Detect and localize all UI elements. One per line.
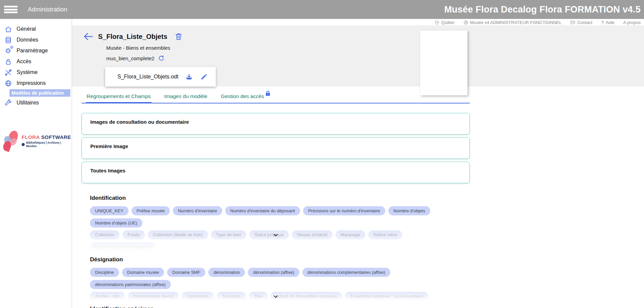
field-chip[interactable]: Date d'inscription au registre: [90, 242, 156, 252]
database-icon: [4, 36, 12, 44]
field-chip[interactable]: Numéro d'inventaire du déposant: [225, 206, 300, 215]
image-group-box[interactable]: Toutes Images: [82, 162, 470, 183]
question-mark-icon: ?: [601, 20, 604, 25]
file-name: S_Flora_Liste_Objets.odt: [117, 74, 185, 80]
sidebar-item-parametrage[interactable]: ⚙⚙ Paramétrage: [0, 45, 72, 56]
page-header-band: S_Flora_Liste_Objets Musée - Biens et en…: [72, 25, 644, 87]
field-chip[interactable]: Intitulé de l'ensemble complexe: [271, 292, 342, 301]
field-chip[interactable]: Notice mère: [368, 230, 402, 239]
expand-chevron-down-icon[interactable]: [272, 232, 279, 239]
field-chip[interactable]: Précisions sur le numéro d'inventaire: [303, 206, 385, 215]
globe-icon: [4, 79, 12, 87]
collapsed-field-row: CollectionFondsCollection (libellé de li…: [82, 230, 470, 252]
image-group-label: Première Image: [90, 143, 469, 149]
field-chip[interactable]: Type de bien: [211, 230, 246, 239]
expand-chevron-down-icon[interactable]: [272, 294, 279, 301]
field-chip[interactable]: Titre: [249, 292, 268, 301]
field-chip[interactable]: Ensemble complexe : sous-inventaire: [345, 292, 428, 301]
field-chip[interactable]: Statut juridique: [249, 230, 289, 239]
sidebar-item-label: Impressions: [17, 80, 46, 86]
field-chip[interactable]: Numéro d'inventaire: [173, 206, 222, 215]
page-title: S_Flora_Liste_Objets: [98, 33, 167, 41]
about-link[interactable]: A propos: [623, 20, 641, 25]
field-chip[interactable]: Appellation: [182, 292, 214, 301]
field-chip[interactable]: Nombre d'objets: [388, 206, 430, 215]
tab-regroupements-et-champs[interactable]: Regroupements et Champs: [86, 91, 152, 103]
logo-brand-software: SOFTWARE: [41, 134, 71, 140]
download-icon[interactable]: [185, 73, 193, 80]
sidebar: Général Données ⚙⚙ Paramétrage Accès Sys…: [0, 19, 72, 308]
image-group-box[interactable]: Première Image: [82, 137, 470, 159]
tab-images-du-modele[interactable]: Images du modèle: [164, 91, 208, 103]
field-chip[interactable]: Typologie: [217, 292, 246, 301]
sidebar-item-label: Système: [17, 69, 38, 75]
padlock-icon: [4, 57, 12, 66]
image-preview-placeholder: [420, 30, 467, 95]
wrench-icon: [4, 99, 12, 107]
hamburger-menu-icon[interactable]: [3, 4, 18, 15]
sidebar-item-donnees[interactable]: Données: [0, 34, 72, 45]
field-chip[interactable]: Domaine musée: [122, 268, 164, 277]
delete-icon[interactable]: [175, 32, 182, 41]
field-chip[interactable]: dénomination: [208, 268, 245, 277]
template-file-card: S_Flora_Liste_Objets.odt: [105, 67, 216, 87]
logo-dot: [22, 143, 25, 146]
sidebar-item-utilitaires[interactable]: Utilitaires: [0, 97, 72, 108]
refresh-icon[interactable]: [158, 55, 165, 62]
utility-bar: Quitter Musée v4 ADMINISTRATEUR FONCTION…: [72, 20, 644, 25]
section-identification: Identification UNIQUE_KEYPréfixe muséeNu…: [82, 195, 470, 252]
sidebar-item-label: Utilitaires: [17, 100, 39, 106]
back-arrow-icon[interactable]: [83, 32, 93, 41]
image-group-box[interactable]: Images de consultation ou documentaire: [82, 113, 470, 135]
top-bar: Administration Musée Flora Decalog Flora…: [0, 0, 644, 19]
contact-link[interactable]: Contact: [570, 20, 592, 25]
dataset-name: mus_bien_complete2: [106, 55, 155, 61]
lock-icon: [266, 91, 270, 96]
field-sections: Identification UNIQUE_KEYPréfixe muséeNu…: [82, 190, 470, 308]
tab-bar: Regroupements et Champs Images du modèle…: [82, 91, 470, 103]
field-chip[interactable]: Discipline: [90, 268, 119, 277]
field-chip[interactable]: Domaine SMF: [167, 268, 205, 277]
field-chip[interactable]: dénominations complémentaires (affixe): [302, 268, 390, 277]
field-chip-row: UNIQUE_KEYPréfixe muséeNuméro d'inventai…: [90, 206, 470, 228]
field-chip[interactable]: Fonds: [122, 230, 145, 239]
section-title: Identification: [90, 195, 470, 202]
field-chip[interactable]: Archéo - lots: [90, 292, 125, 301]
field-chip[interactable]: Marquage: [336, 230, 366, 239]
edit-pencil-icon[interactable]: [200, 73, 208, 80]
section-title: Désignation: [90, 256, 470, 263]
sidebar-item-label: Données: [17, 37, 38, 43]
flora-software-logo: FLORA SOFTWARE Bibliothèques | Archives …: [0, 131, 72, 151]
field-chip[interactable]: UNIQUE_KEY: [90, 206, 129, 215]
home-icon: [4, 25, 12, 33]
user-icon: [463, 20, 468, 25]
quit-link[interactable]: Quitter: [435, 20, 455, 25]
collapsed-field-row: Archéo - lotsDénomination (texte)Appella…: [82, 292, 470, 301]
current-user[interactable]: Musée v4 ADMINISTRATEUR FONCTIONNEL: [463, 20, 562, 25]
section-designation: Désignation DisciplineDomaine muséeDomai…: [82, 256, 470, 301]
sidebar-item-impressions[interactable]: Impressions: [0, 78, 72, 89]
sidebar-item-general[interactable]: Général: [0, 24, 72, 34]
gears-icon: ⚙⚙: [4, 47, 12, 55]
field-chip[interactable]: Préfixe musée: [132, 206, 170, 215]
field-chip[interactable]: Dénomination (texte): [128, 292, 179, 301]
tab-gestion-des-acces[interactable]: Gestion des accès: [220, 91, 265, 103]
field-chip[interactable]: Collection (libellé de liste): [148, 230, 208, 239]
sidebar-item-systeme[interactable]: Système: [0, 67, 72, 78]
sidebar-item-acces[interactable]: Accès: [0, 56, 72, 67]
field-chip-row: DisciplineDomaine muséeDomaine SMFdénomi…: [90, 268, 470, 289]
sidebar-item-label: Général: [17, 26, 36, 32]
image-group-list: Images de consultation ou documentaire P…: [82, 113, 470, 183]
logo-brand-flora: FLORA: [22, 134, 40, 140]
help-link[interactable]: ? Aide: [601, 20, 614, 25]
sidebar-subitem-modeles-publication[interactable]: Modèles de publication: [9, 89, 70, 97]
image-group-label: Images de consultation ou documentaire: [90, 119, 469, 125]
field-chip[interactable]: dénomination (affixe): [248, 268, 299, 277]
field-chip[interactable]: Collection: [90, 230, 119, 239]
field-chip[interactable]: Nombre d'objets (UE): [90, 218, 142, 228]
model-subtitle: Musée - Biens et ensembles: [106, 45, 644, 51]
field-chip[interactable]: Niveau d'intérêt: [292, 230, 332, 239]
field-chip[interactable]: dénominations patrimoniales (affixe): [90, 280, 171, 289]
logout-icon: [435, 20, 440, 25]
sidebar-item-label: Paramétrage: [17, 48, 48, 54]
